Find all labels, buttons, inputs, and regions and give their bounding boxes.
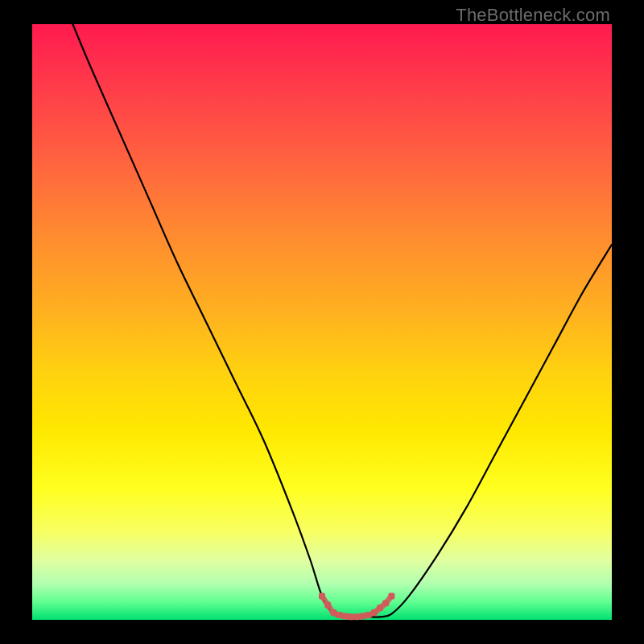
optimal-marker xyxy=(336,612,343,618)
optimal-marker xyxy=(353,613,360,620)
plot-area xyxy=(32,24,612,620)
optimal-marker xyxy=(388,592,394,599)
optimal-marker xyxy=(324,602,331,609)
optimal-marker xyxy=(377,605,383,611)
optimal-marker xyxy=(371,609,378,616)
watermark-text: TheBottleneck.com xyxy=(456,5,610,26)
optimal-marker xyxy=(330,609,336,616)
curve-svg xyxy=(32,24,612,620)
optimal-marker xyxy=(319,592,325,599)
optimal-marker xyxy=(348,613,354,620)
optimal-marker xyxy=(382,600,389,606)
optimal-marker xyxy=(359,613,365,620)
chart-container: TheBottleneck.com xyxy=(0,0,644,644)
optimal-marker xyxy=(342,613,349,620)
bottleneck-curve xyxy=(72,24,612,617)
optimal-marker xyxy=(365,612,372,618)
